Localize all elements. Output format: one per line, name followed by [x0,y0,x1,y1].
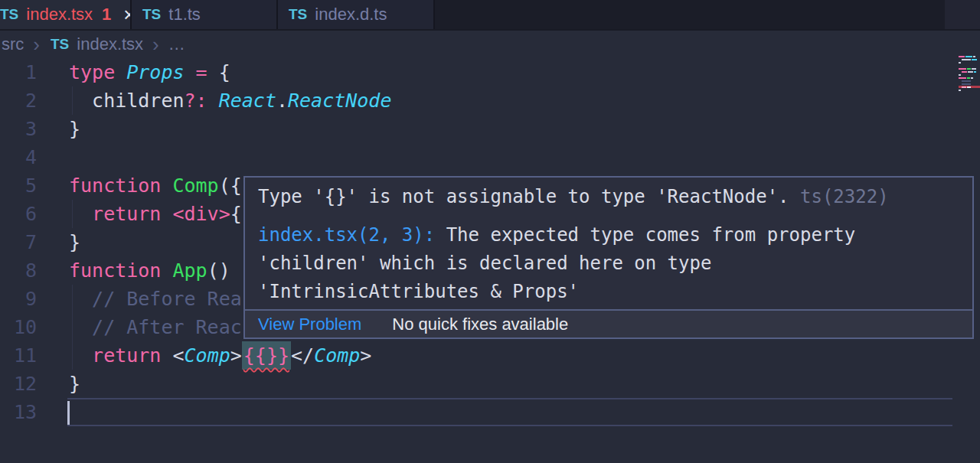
tab-label: index.tsx [26,5,93,24]
current-line-highlight [67,398,952,426]
code-token: return [92,344,172,367]
minimap-line [959,86,980,88]
code-token: < [172,344,184,367]
code-token: { [230,203,242,225]
error-detail-line: 'children' which is declared here on typ… [258,249,959,277]
breadcrumb-item-src[interactable]: src [2,34,24,54]
tab-bar: TS index.tsx 1 × TS t1.ts TS index.d.ts [0,0,980,31]
tab-problem-badge: 1 [102,5,111,24]
tab-index-d-ts[interactable]: TS index.d.ts [278,0,435,29]
indent-guide [72,313,73,341]
error-detail: 'children' which is declared here on typ… [258,253,711,274]
line-number: 5 [0,174,37,197]
code-token: function [69,259,172,282]
breadcrumb: src › TS index.tsx › … [0,32,980,57]
text-cursor [67,401,70,425]
minimap-line [959,80,980,82]
error-detail: The expected type comes from property [435,224,855,246]
code-token: { [207,61,230,83]
error-tooltip: Type '{}' is not assignable to type 'Rea… [243,176,974,339]
error-tooltip-body: Type '{}' is not assignable to type 'Rea… [245,178,972,309]
code-token: return [92,203,172,225]
error-code: ts(2322) [800,186,889,207]
minimap-line [959,70,980,73]
code-token: Comp [172,174,218,197]
code-token: Props [126,61,184,83]
line-number: 6 [0,203,37,225]
code-token: React [219,90,276,112]
minimap-line [959,77,980,79]
line-number: 3 [0,118,37,140]
code-token: children [69,90,185,112]
breadcrumb-item-file[interactable]: index.tsx [77,34,143,54]
indent-guide [72,341,73,370]
close-icon[interactable]: × [123,5,132,24]
code-line[interactable]: 2 children?: React.ReactNode [0,86,980,115]
line-number: 13 [0,401,37,423]
error-detail-line: index.tsx(2, 3): The expected type comes… [258,220,959,249]
tab-label: t1.ts [168,5,201,24]
line-number: 4 [0,146,37,168]
line-number: 12 [0,373,37,395]
code-token: = [196,61,207,83]
code-token: {{}} [242,341,291,370]
code-token: Comp [314,344,360,367]
line-number: 2 [0,90,37,112]
code-line[interactable]: 3} [0,115,980,143]
tab-index-tsx[interactable]: TS index.tsx 1 × [0,0,132,29]
tab-label: index.d.ts [315,5,387,24]
minimap-line [959,55,980,57]
error-tooltip-statusbar: View Problem No quick fixes available [245,309,972,337]
code-token: // After Reac [92,316,242,338]
breadcrumb-item-symbol[interactable]: … [168,34,185,54]
code-line[interactable]: 4 [0,143,980,171]
code-token: Comp [185,344,230,367]
code-token: > [230,344,242,367]
minimap[interactable] [959,54,980,145]
view-problem-link[interactable]: View Problem [258,315,361,334]
minimap-line [959,67,980,70]
line-number: 11 [0,344,37,367]
minimap-line [959,73,980,76]
tabstrip-corner [945,0,980,29]
code-token: function [69,174,172,197]
code-token: ReactNode [288,90,391,112]
code-token: () [207,259,230,282]
code-line[interactable]: 12} [0,370,980,398]
chevron-right-icon: › [152,33,159,57]
indent-guide [72,285,73,313]
error-message: Type '{}' is not assignable to type 'Rea… [258,186,800,207]
minimap-line [959,61,980,64]
error-detail: 'IntrinsicAttributes & Props' [258,281,579,302]
tab-t1-ts[interactable]: TS t1.ts [132,0,278,29]
code-token: ?: [185,90,207,112]
code-token: > [360,344,371,367]
minimap-line [959,83,980,85]
code-token: } [69,118,80,140]
code-token [185,61,196,83]
code-token: type [69,61,126,83]
code-token: App [172,259,207,282]
code-line[interactable]: 11 return <Comp>{{}}</Comp> [0,341,980,370]
line-number: 1 [0,61,37,83]
line-number: 7 [0,231,37,253]
code-line[interactable]: 1type Props = { [0,58,980,86]
code-token: ({ [219,174,242,197]
code-token: </ [291,344,314,367]
line-number: 9 [0,288,37,310]
typescript-icon: TS [0,6,18,23]
minimap-line [959,58,980,60]
line-number: 10 [0,316,37,338]
editor-window: TS index.tsx 1 × TS t1.ts TS index.d.ts … [0,0,980,463]
indent-guide [72,200,73,228]
code-token: <div> [172,203,230,225]
code-token: . [276,90,288,112]
error-message-line: Type '{}' is not assignable to type 'Rea… [258,182,959,210]
error-detail-line: 'IntrinsicAttributes & Props' [258,277,959,305]
code-token: } [69,231,80,253]
quick-fix-status: No quick fixes available [392,315,568,334]
error-source-link[interactable]: index.tsx(2, 3): [258,224,435,246]
typescript-icon: TS [289,6,307,23]
chevron-right-icon: › [33,33,40,57]
minimap-line [959,89,980,91]
